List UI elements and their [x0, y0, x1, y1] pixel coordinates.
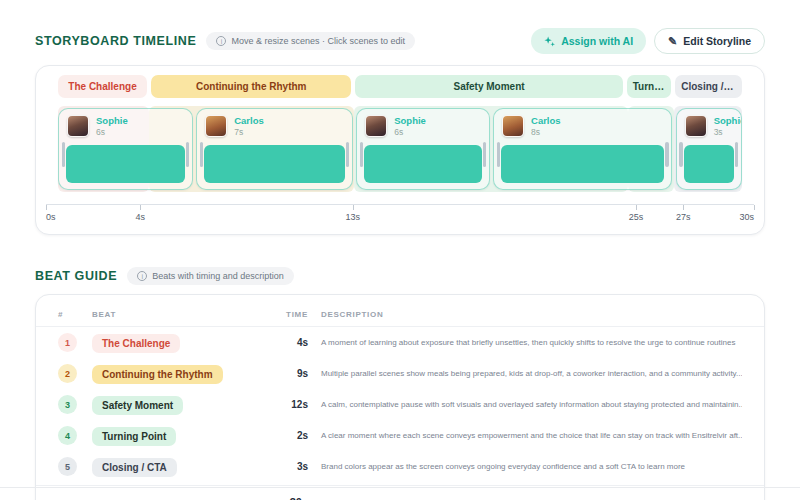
beat-guide-header: BEAT GUIDE i Beats with timing and descr…	[35, 267, 765, 285]
total-time: 30s	[258, 496, 308, 500]
storyboard-page: STORYBOARD TIMELINE i Move & resize scen…	[0, 0, 800, 500]
scene-name: Sophie	[714, 115, 742, 127]
beat-time: 9s	[258, 368, 308, 379]
resize-handle-left[interactable]	[200, 142, 204, 167]
assign-button-label: Assign with AI	[561, 35, 633, 47]
beat-segment-safety-moment[interactable]: Safety Moment	[355, 75, 622, 98]
scene-clip-bar[interactable]	[364, 145, 481, 183]
beat-time: 3s	[258, 461, 308, 472]
scene-clip-bar[interactable]	[684, 145, 734, 183]
resize-handle-left[interactable]	[62, 142, 66, 167]
resize-handle-right[interactable]	[346, 142, 350, 167]
scene-clip-bar[interactable]	[204, 145, 345, 183]
scene-avatar	[685, 115, 707, 137]
beat-name-pill: Safety Moment	[92, 396, 183, 415]
header-actions: Assign with AI ✎ Edit Storyline	[531, 28, 765, 54]
timeline-hint: i Move & resize scenes · Click scenes to…	[206, 32, 415, 50]
bottom-divider	[0, 487, 800, 488]
scene-avatar	[205, 115, 227, 137]
table-row: 4 Turning Point 2s A clear moment where …	[36, 420, 764, 451]
time-ruler: 0s 4s 13s 25s 27s 30s	[46, 204, 754, 228]
edit-storyline-button[interactable]: ✎ Edit Storyline	[654, 28, 765, 54]
scene-avatar	[502, 115, 524, 137]
table-row: 5 Closing / CTA 3s Brand colors appear a…	[36, 451, 764, 482]
resize-handle-left[interactable]	[497, 142, 501, 167]
scene-card-carlos-2[interactable]: Carlos 8s	[493, 108, 672, 190]
beat-number-badge: 5	[58, 457, 77, 476]
beat-number-badge: 4	[58, 426, 77, 445]
scene-card-sophie-2[interactable]: Sophie 6s	[356, 108, 489, 190]
beat-segment-closing-cta[interactable]: Closing / CTA	[675, 75, 742, 98]
column-header-time: TIME	[258, 310, 308, 319]
resize-handle-left[interactable]	[360, 142, 364, 167]
info-icon: i	[216, 36, 226, 46]
scene-duration: 6s	[96, 127, 128, 137]
beat-description: Brand colors appear as the screen convey…	[308, 462, 742, 471]
scene-card-sophie-1[interactable]: Sophie 6s	[58, 108, 193, 190]
resize-handle-left[interactable]	[679, 142, 683, 167]
scene-avatar	[67, 115, 89, 137]
beat-description: A moment of learning about exposure that…	[308, 338, 742, 347]
beat-description: A calm, contemplative pause with soft vi…	[308, 400, 742, 409]
scene-name: Sophie	[96, 115, 128, 127]
scene-name: Carlos	[531, 115, 561, 127]
scene-card-carlos-1[interactable]: Carlos 7s	[196, 108, 353, 190]
table-row: 2 Continuing the Rhythm 9s Multiple para…	[36, 358, 764, 389]
beat-name-pill: The Challenge	[92, 334, 180, 353]
timeline-hint-text: Move & resize scenes · Click scenes to e…	[231, 36, 405, 46]
scene-name: Sophie	[394, 115, 426, 127]
table-row: 3 Safety Moment 12s A calm, contemplativ…	[36, 389, 764, 420]
beat-description: A clear moment where each scene conveys …	[308, 431, 742, 440]
beat-segment-turning-point[interactable]: Turning Point	[627, 75, 672, 98]
scene-duration: 3s	[714, 127, 742, 137]
assign-with-ai-button[interactable]: Assign with AI	[531, 28, 646, 54]
beat-guide-hint-text: Beats with timing and description	[152, 271, 284, 281]
beat-name-pill: Continuing the Rhythm	[92, 365, 223, 384]
storyboard-header: STORYBOARD TIMELINE i Move & resize scen…	[35, 28, 765, 54]
beat-segment-the-challenge[interactable]: The Challenge	[58, 75, 147, 98]
page-title: STORYBOARD TIMELINE	[35, 34, 196, 48]
beat-time: 2s	[258, 430, 308, 441]
column-header-beat: BEAT	[92, 310, 258, 319]
scene-duration: 7s	[234, 127, 264, 137]
column-header-description: DESCRIPTION	[308, 310, 742, 319]
beat-segment-continuing-the-rhythm[interactable]: Continuing the Rhythm	[151, 75, 351, 98]
beat-guide-title: BEAT GUIDE	[35, 269, 117, 283]
info-icon: i	[137, 271, 147, 281]
resize-handle-right[interactable]	[186, 142, 190, 167]
scene-track: Sophie 6s Carlos 7s	[58, 106, 742, 192]
scene-avatar	[365, 115, 387, 137]
edit-button-label: Edit Storyline	[683, 35, 751, 47]
sparkles-icon	[544, 36, 555, 47]
scene-name: Carlos	[234, 115, 264, 127]
beat-time: 12s	[258, 399, 308, 410]
table-header-row: # BEAT TIME DESCRIPTION	[36, 303, 764, 327]
beat-guide-hint: i Beats with timing and description	[127, 267, 294, 285]
resize-handle-right[interactable]	[483, 142, 487, 167]
scene-duration: 6s	[394, 127, 426, 137]
scene-clip-bar[interactable]	[501, 145, 664, 183]
resize-handle-right[interactable]	[735, 142, 739, 167]
pencil-icon: ✎	[668, 36, 677, 47]
resize-handle-right[interactable]	[665, 142, 669, 167]
beat-time: 4s	[258, 337, 308, 348]
beat-name-pill: Closing / CTA	[92, 458, 177, 477]
beat-number-badge: 1	[58, 333, 77, 352]
beat-guide-table: # BEAT TIME DESCRIPTION 1 The Challenge …	[35, 294, 765, 500]
table-row: 1 The Challenge 4s A moment of learning …	[36, 327, 764, 358]
column-header-num: #	[58, 310, 92, 319]
beat-segment-row: The Challenge Continuing the Rhythm Safe…	[58, 75, 742, 98]
beat-number-badge: 2	[58, 364, 77, 383]
beat-description: Multiple parallel scenes show meals bein…	[308, 369, 742, 378]
beat-name-pill: Turning Point	[92, 427, 176, 446]
scene-duration: 8s	[531, 127, 561, 137]
scene-clip-bar[interactable]	[66, 145, 185, 183]
scene-card-sophie-3[interactable]: Sophie 3s	[676, 108, 742, 190]
timeline-panel: The Challenge Continuing the Rhythm Safe…	[35, 65, 765, 235]
beat-number-badge: 3	[58, 395, 77, 414]
